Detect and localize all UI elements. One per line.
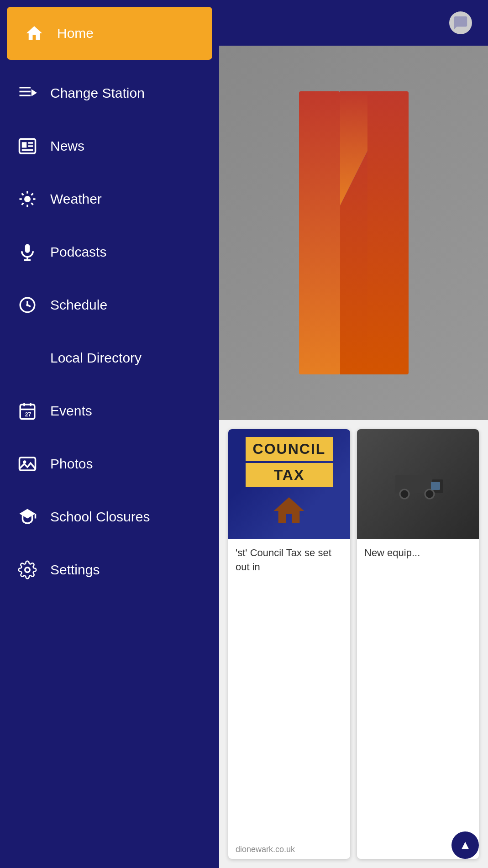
sidebar-item-school-closures[interactable]: School Closures <box>0 490 219 543</box>
back-to-top-icon: ▲ <box>459 838 472 852</box>
svg-point-40 <box>23 460 26 463</box>
council-tax-image: COUNCIL TAX <box>228 429 350 539</box>
svg-rect-15 <box>28 142 33 144</box>
svg-point-18 <box>24 196 31 202</box>
weather-icon <box>14 185 41 213</box>
sidebar-item-home[interactable]: Home <box>7 7 212 60</box>
sidebar-item-photos-label: Photos <box>50 456 93 472</box>
sidebar-item-change-station-label: Change Station <box>50 85 145 101</box>
news-card-council-tax[interactable]: COUNCIL TAX 'st' Council Tax se set out … <box>228 429 350 859</box>
clock-icon <box>14 291 41 319</box>
change-station-icon <box>14 79 41 107</box>
svg-rect-11 <box>20 95 31 97</box>
svg-marker-12 <box>31 89 37 96</box>
svg-line-26 <box>22 203 24 205</box>
council-tax-text: 'st' Council Tax se set out in <box>228 539 350 582</box>
sidebar-item-change-station[interactable]: Change Station <box>0 67 219 120</box>
station-logo <box>294 78 413 388</box>
svg-rect-10 <box>20 91 31 93</box>
svg-rect-39 <box>20 458 36 470</box>
sidebar-item-schedule-label: Schedule <box>50 297 107 313</box>
svg-point-7 <box>425 489 434 499</box>
news-cards-area: COUNCIL TAX 'st' Council Tax se set out … <box>219 420 488 868</box>
vehicle-icon <box>391 466 446 502</box>
local-directory-icon <box>14 344 41 372</box>
svg-rect-8 <box>431 482 440 490</box>
sidebar-item-home-label: Home <box>57 26 94 41</box>
svg-rect-16 <box>28 145 33 147</box>
sidebar-item-podcasts-label: Podcasts <box>50 244 106 260</box>
svg-line-33 <box>27 305 31 307</box>
sidebar-item-events[interactable]: 27 Events <box>0 384 219 437</box>
svg-rect-27 <box>25 244 30 253</box>
sidebar-item-schedule[interactable]: Schedule <box>0 279 219 331</box>
sidebar-item-events-label: Events <box>50 403 92 419</box>
svg-rect-3 <box>367 91 409 374</box>
chat-icon <box>449 11 472 34</box>
photos-icon <box>14 450 41 478</box>
sidebar-item-podcasts[interactable]: Podcasts <box>0 226 219 279</box>
svg-rect-14 <box>22 142 27 147</box>
svg-line-23 <box>22 194 24 195</box>
sidebar-item-local-directory[interactable]: Local Directory <box>0 331 219 384</box>
sidebar-item-weather[interactable]: Weather <box>0 173 219 226</box>
vehicle-text: New equip... <box>357 539 479 568</box>
svg-line-25 <box>31 194 33 195</box>
microphone-icon <box>14 238 41 266</box>
sidebar-item-news[interactable]: News <box>0 120 219 173</box>
svg-rect-17 <box>22 149 33 151</box>
sidebar: Home Change Station News <box>0 0 219 868</box>
news-icon <box>14 132 41 160</box>
calendar-icon: 27 <box>14 397 41 425</box>
svg-point-43 <box>25 568 30 573</box>
settings-icon <box>14 556 41 584</box>
home-icon <box>21 20 48 47</box>
sidebar-item-local-directory-label: Local Directory <box>50 350 142 366</box>
sidebar-item-weather-label: Weather <box>50 191 102 207</box>
chat-icon-button[interactable] <box>447 9 474 37</box>
sidebar-item-school-closures-label: School Closures <box>50 509 150 525</box>
sidebar-item-settings[interactable]: Settings <box>0 543 219 596</box>
news-card-vehicle[interactable]: New equip... <box>357 429 479 859</box>
svg-rect-0 <box>299 91 340 374</box>
hero-image <box>219 46 488 420</box>
svg-text:27: 27 <box>25 411 31 418</box>
svg-point-6 <box>400 489 409 499</box>
svg-line-24 <box>31 203 33 205</box>
vehicle-image <box>357 429 479 539</box>
sidebar-item-photos[interactable]: Photos <box>0 437 219 490</box>
svg-rect-9 <box>20 87 31 89</box>
sidebar-item-news-label: News <box>50 138 84 154</box>
back-to-top-button[interactable]: ▲ <box>451 831 479 859</box>
sidebar-item-settings-label: Settings <box>50 562 100 578</box>
graduation-icon <box>14 503 41 531</box>
council-tax-source: dionewark.co.uk <box>228 840 350 859</box>
top-bar <box>219 0 488 46</box>
